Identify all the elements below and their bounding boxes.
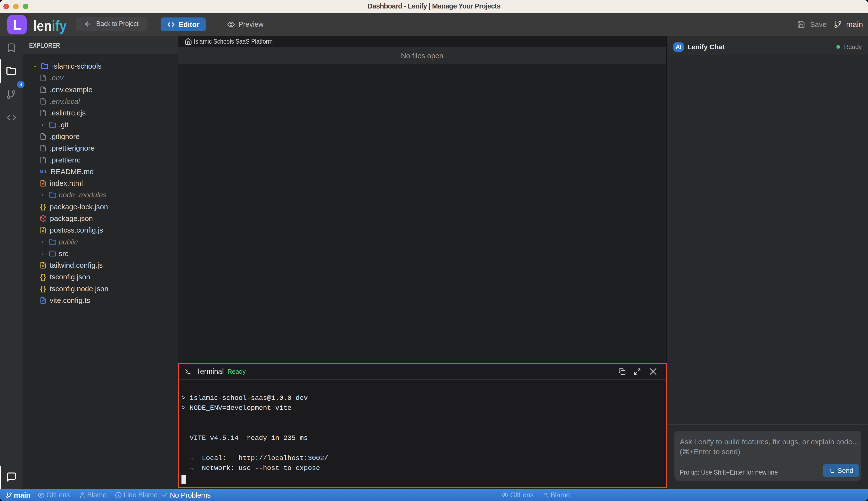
svg-text:M: M bbox=[40, 169, 43, 174]
